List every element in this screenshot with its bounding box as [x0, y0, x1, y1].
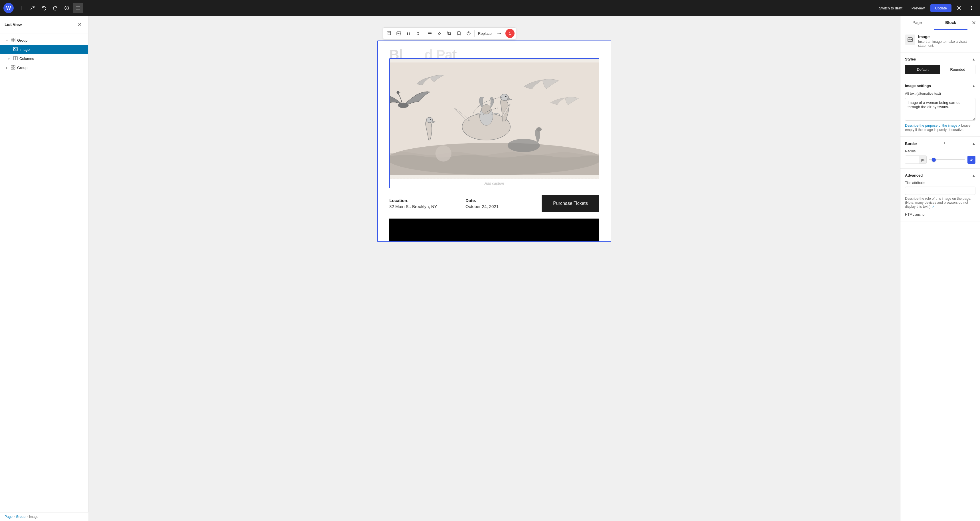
move-up-down-button[interactable]: [414, 29, 423, 38]
styles-section: Styles ▲ Default Rounded: [900, 53, 980, 79]
svg-rect-33: [449, 32, 450, 35]
title-attr-label: Title attribute: [905, 181, 975, 185]
align-button[interactable]: [425, 29, 434, 38]
svg-point-25: [398, 32, 398, 33]
svg-point-9: [971, 8, 972, 8]
radius-input-wrap: px: [905, 156, 927, 164]
purchase-tickets-button[interactable]: Purchase Tickets: [542, 195, 599, 212]
svg-point-27: [409, 32, 410, 32]
external-link-icon: ↗: [958, 124, 960, 127]
right-sidebar-tabs: Page Block ✕: [900, 16, 980, 30]
notification-badge: 1: [505, 29, 514, 38]
radius-input[interactable]: [905, 156, 919, 164]
describe-purpose-link[interactable]: Describe the purpose of the image ↗: [905, 124, 960, 127]
duplicate-button[interactable]: [385, 29, 394, 38]
styles-section-title: Styles: [905, 57, 916, 61]
main-layout: List View ✕ ▾ Group ▸ Image ⋮: [0, 16, 980, 521]
svg-rect-11: [11, 38, 13, 40]
list-view-tree: ▾ Group ▸ Image ⋮ ▸ Col: [0, 33, 88, 75]
tree-item-group-inner[interactable]: ▸ Group: [0, 63, 88, 72]
tree-item-columns[interactable]: ▸ Columns: [0, 54, 88, 63]
advanced-chevron-icon: ▲: [972, 174, 975, 177]
date-value: October 24, 2021: [466, 204, 536, 209]
border-more-options-icon[interactable]: ⋮: [943, 141, 947, 146]
style-rounded-button[interactable]: Rounded: [940, 65, 975, 74]
block-info-text: Image Insert an image to make a visual s…: [918, 35, 975, 48]
svg-point-34: [467, 32, 470, 35]
redo-button[interactable]: [50, 3, 60, 13]
settings-button[interactable]: [954, 3, 964, 13]
svg-rect-12: [13, 38, 15, 40]
tab-page[interactable]: Page: [900, 16, 934, 30]
radius-slider-thumb[interactable]: [932, 158, 936, 162]
bookmark-button[interactable]: [454, 29, 463, 38]
top-bar: W Switch to draft Preview Update: [0, 0, 980, 16]
update-button[interactable]: Update: [931, 4, 951, 12]
page-title[interactable]: Bl___d Pat: [378, 41, 611, 58]
image-block[interactable]: Add caption: [389, 58, 599, 188]
html-anchor-label: HTML anchor: [905, 213, 975, 217]
breadcrumb-sep-1: ›: [14, 515, 15, 519]
tree-item-image[interactable]: ▸ Image ⋮: [0, 45, 88, 54]
crop-button[interactable]: [445, 29, 454, 38]
radius-control: px: [905, 156, 975, 164]
radius-link-button[interactable]: [967, 156, 975, 164]
advanced-section-header[interactable]: Advanced ▲: [905, 173, 975, 177]
border-section-header[interactable]: Border ⋮ ▲: [905, 141, 975, 146]
radius-unit: px: [919, 156, 926, 164]
tab-block[interactable]: Block: [934, 16, 968, 30]
drag-handle[interactable]: [404, 29, 413, 38]
image-settings-header[interactable]: Image settings ▲: [905, 84, 975, 88]
styles-section-header[interactable]: Styles ▲: [905, 57, 975, 61]
tools-button[interactable]: [27, 3, 38, 13]
title-attr-input[interactable]: [905, 186, 975, 195]
alt-text-input[interactable]: [905, 98, 975, 121]
svg-point-7: [958, 7, 960, 9]
svg-point-49: [430, 119, 431, 120]
block-toolbar: Replace 1: [383, 27, 516, 39]
list-view-button[interactable]: [73, 3, 83, 13]
image-caption[interactable]: Add caption: [390, 178, 599, 188]
block-type-icon: [905, 35, 915, 45]
preview-button[interactable]: Preview: [908, 4, 928, 12]
title-note-link[interactable]: ↗: [932, 205, 934, 209]
right-sidebar-close-button[interactable]: ✕: [969, 18, 979, 28]
svg-point-53: [909, 38, 910, 39]
tree-item-columns-label: Columns: [19, 56, 86, 61]
image-type-button[interactable]: [394, 29, 403, 38]
block-desc: Insert an image to make a visual stateme…: [918, 40, 975, 48]
replace-button[interactable]: Replace: [476, 30, 494, 37]
info-button[interactable]: [62, 3, 72, 13]
style-default-button[interactable]: Default: [905, 65, 940, 74]
svg-point-51: [536, 127, 542, 132]
undo-button[interactable]: [39, 3, 49, 13]
more-menu-button[interactable]: [966, 3, 977, 13]
breadcrumb-group[interactable]: Group: [16, 515, 25, 519]
wp-logo-icon[interactable]: W: [3, 3, 14, 13]
tree-item-group-root[interactable]: ▾ Group: [0, 36, 88, 45]
switch-to-draft-button[interactable]: Switch to draft: [875, 4, 905, 12]
svg-rect-23: [388, 32, 390, 35]
svg-rect-20: [13, 65, 15, 67]
svg-point-40: [436, 145, 452, 161]
radius-slider[interactable]: [929, 159, 965, 160]
filter-button[interactable]: [464, 29, 473, 38]
svg-rect-14: [13, 40, 15, 42]
columns-icon: [13, 56, 18, 61]
svg-rect-13: [11, 40, 13, 42]
svg-point-16: [14, 48, 15, 48]
add-block-button[interactable]: [16, 3, 26, 13]
border-chevron-icon: ▲: [972, 142, 975, 145]
svg-point-35: [497, 33, 498, 34]
tree-item-image-more[interactable]: ⋮: [80, 46, 86, 52]
block-name: Image: [918, 35, 975, 39]
svg-point-8: [971, 6, 972, 7]
image-placeholder: [390, 59, 599, 178]
more-block-options-button[interactable]: [495, 29, 504, 38]
style-buttons: Default Rounded: [905, 65, 975, 74]
list-view-close-button[interactable]: ✕: [76, 21, 84, 29]
link-button[interactable]: [435, 29, 444, 38]
breadcrumb-page[interactable]: Page: [5, 515, 13, 519]
svg-rect-19: [11, 65, 13, 67]
svg-point-41: [398, 103, 409, 108]
